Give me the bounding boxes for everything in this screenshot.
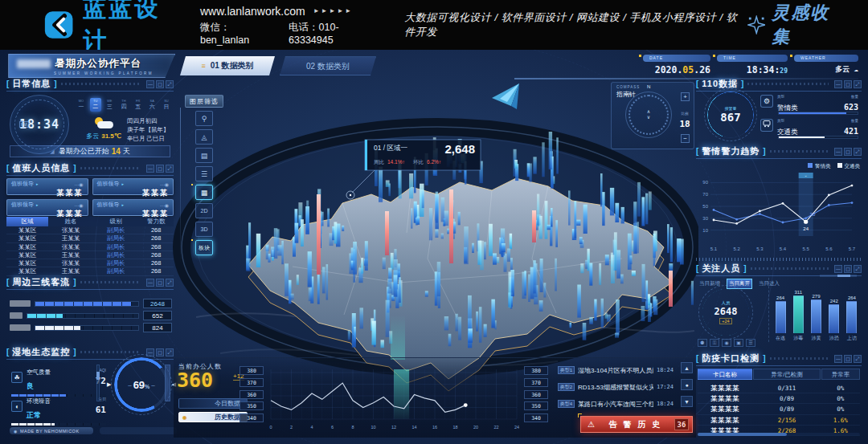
svg-text:4: 4 [310, 425, 313, 430]
window-icon[interactable]: ▢ [844, 265, 852, 273]
layer-chart-button[interactable]: ▦ [195, 185, 213, 200]
expand-icon[interactable]: ⤢ [854, 265, 862, 273]
leaf-icon: ☘ [11, 372, 23, 383]
zoom-out-button[interactable]: − [681, 134, 690, 143]
svg-text:20: 20 [473, 425, 478, 430]
focus-people-gauge: 人员 2648 +24 [702, 289, 749, 336]
layer-3d-button[interactable]: 3D [195, 222, 213, 237]
alert-item[interactable]: 类型4某路口有小汽车连闯三个红灯18:24 [558, 398, 674, 409]
scroll-dot-button[interactable]: ● [681, 379, 693, 390]
checkpoint-header-rate[interactable]: 异常率 [821, 369, 860, 380]
minimize-icon[interactable]: — [834, 265, 842, 273]
weather-label: WEATHER [794, 55, 858, 62]
layer-block-button[interactable]: 板块 [195, 240, 213, 255]
duty-leader-card[interactable]: 值班领导▸⋯◉某某某 [92, 178, 174, 195]
window-icon[interactable]: ▢ [156, 348, 164, 356]
inspiration-collect[interactable]: 灵感收集 [747, 1, 844, 49]
grid-icon[interactable]: ▣ [734, 339, 743, 347]
vertical-slider[interactable] [165, 365, 170, 401]
table-row: 某某区王某某副局长268 [6, 251, 174, 259]
minimize-icon[interactable]: — [146, 279, 154, 287]
more-icon[interactable]: ⋯◉ [160, 181, 169, 187]
expand-icon[interactable]: ⤢ [854, 355, 862, 363]
chevron-right-icon: ▸ [36, 202, 39, 207]
window-icon[interactable]: ▢ [156, 165, 164, 173]
today-data-button[interactable]: 今日数据 [178, 398, 248, 409]
panel-trend: [警情警力趋势]—▢⤢ 警情类 交通类 9070503010⌄30245.15.… [696, 146, 862, 262]
duty-leader-card[interactable]: 值班领导▸⋯◉某某某 [92, 199, 174, 216]
minimize-icon[interactable]: — [146, 165, 154, 173]
window-icon[interactable]: ▢ [156, 279, 164, 287]
menu-icon[interactable]: ☰ [746, 339, 755, 347]
bar-chart-scrollbar[interactable] [820, 275, 857, 277]
bar-column[interactable]: 311涉毒 [792, 278, 805, 342]
duty-leader-card[interactable]: 值班领导▸⋯◉某某某 [6, 199, 88, 216]
minimize-icon[interactable]: — [834, 355, 842, 363]
svg-text:5.7: 5.7 [849, 246, 856, 251]
flow-value: 824 [143, 323, 172, 332]
svg-text:6: 6 [331, 425, 334, 430]
svg-text:5.6: 5.6 [825, 246, 833, 251]
panel-title: 警情警力趋势 [702, 145, 760, 157]
website-link[interactable]: www.lanlanwork.com [200, 5, 305, 18]
minimize-icon[interactable]: — [834, 148, 842, 156]
compass-dial[interactable]: ∧∨ [625, 92, 672, 138]
svg-text:10: 10 [371, 425, 375, 430]
alert-item[interactable]: 类型1湿地3-104片区有不明人员闯入18:24 [558, 365, 674, 376]
wow-label: 周比 [374, 159, 385, 165]
y-axis-tick: 360 [524, 390, 548, 399]
layer-2d-button[interactable]: 2D [195, 203, 213, 218]
alert-item[interactable]: 类型2RD13-53烟感报警疑似火灾17:24 [558, 381, 674, 393]
gear-icon: ⚙ [760, 95, 773, 108]
duty-leader-card[interactable]: 值班领导▸⋯◉某某某 [6, 178, 88, 195]
svg-text:5.4: 5.4 [780, 246, 787, 251]
layer-list-button[interactable]: ☰ [195, 166, 213, 181]
checkpoint-header-name[interactable]: 卡口名称 [698, 369, 752, 380]
window-icon[interactable]: ▢ [844, 355, 852, 363]
svg-text:16: 16 [432, 425, 437, 430]
minimize-icon[interactable]: — [146, 80, 154, 88]
window-icon[interactable]: ▢ [844, 80, 852, 88]
weather-text: 多云 [86, 132, 99, 140]
expand-icon[interactable]: ⤢ [854, 148, 862, 156]
y-axis-tick: 340 [524, 413, 548, 422]
more-icon[interactable]: ⋯◉ [74, 202, 83, 208]
checkpoint-header-ratio[interactable]: 异常/已检测 [753, 369, 821, 380]
services-tagline: 大数据可视化设计 / 软件界面设计 / 网站建设 / 手机及小程序设计 / 软件… [404, 10, 747, 39]
scroll-down-button[interactable]: ▼ [681, 396, 693, 407]
layer-radar-button[interactable]: ◬ [195, 129, 213, 145]
weekday: SU日 [161, 98, 172, 112]
speaker-icon: ◖ [11, 401, 23, 412]
y-axis-tick: 380 [524, 366, 548, 375]
vertical-slider[interactable] [96, 365, 100, 401]
bar-column[interactable]: 264在逃 [774, 278, 787, 342]
gauge-left-arrow[interactable]: ▶ [107, 381, 111, 388]
layer-layers-button[interactable]: ▤ [195, 148, 213, 163]
svg-text:10: 10 [702, 228, 708, 233]
logo-text: 蓝蓝设计 [83, 0, 179, 57]
zoom-in-button[interactable]: + [681, 92, 690, 101]
window-icon[interactable]: ▢ [844, 148, 852, 156]
summer-days-banner: 暑期办公已开始14天 [10, 145, 170, 157]
date-label: DATE [643, 55, 710, 62]
bar-column[interactable]: 279涉黄 [809, 278, 822, 342]
history-data-button[interactable]: 历史数据 [178, 412, 248, 422]
layer-pin-button[interactable]: ⚲ [195, 111, 213, 126]
window-icon[interactable]: ▢ [156, 80, 164, 88]
key-icon[interactable]: ⚿ [710, 339, 719, 347]
made-by-credit: MADE BY NEHOMMICOK [10, 427, 93, 434]
person-icon[interactable]: ⚉ [698, 339, 707, 347]
bar-column[interactable]: 242涉恐 [828, 278, 841, 342]
minimize-icon[interactable]: — [834, 80, 842, 88]
expand-icon[interactable]: ⤢ [854, 80, 862, 88]
duty-table: 区域姓名级别警力数 某某区张某某副局长268 某某区王某某副局长268 某某区张… [6, 217, 174, 276]
bar-column[interactable]: 264上访 [845, 278, 858, 342]
more-icon[interactable]: ⋯◉ [74, 181, 83, 187]
horizontal-scrollbar[interactable] [698, 433, 860, 436]
weather-widget: WEATHER 多云 ☁ [794, 55, 858, 75]
alarm-history-banner[interactable]: ⚠ 告警历史 36 [580, 416, 693, 433]
more-icon[interactable]: ⋯◉ [160, 202, 169, 208]
category-police: ⚙ 类型警情类 数量623 [760, 95, 858, 116]
scroll-up-button[interactable]: ▲ [681, 362, 693, 373]
target-icon[interactable]: ◉ [722, 339, 731, 347]
